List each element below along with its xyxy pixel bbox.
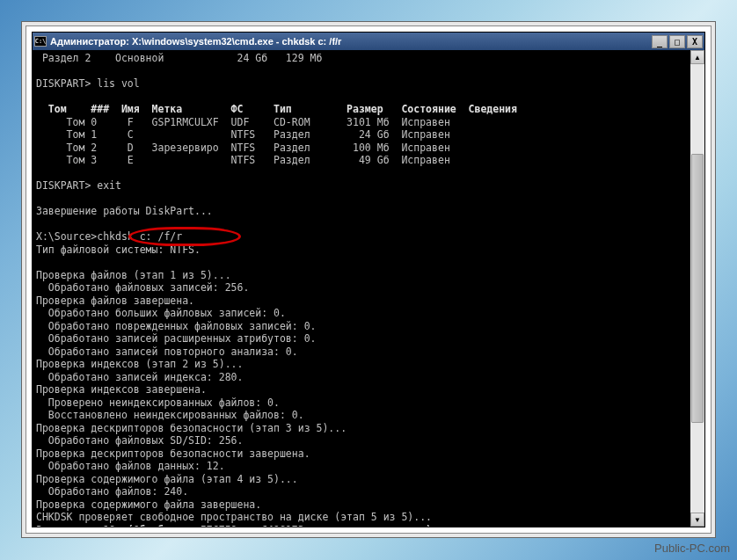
output-line: Восстановлено неиндексированных файлов: … <box>36 409 304 421</box>
scroll-up-button[interactable]: ▲ <box>690 50 704 64</box>
output-line: Обработано файловых SD/SID: 256. <box>36 434 243 447</box>
output-line: Обработано записей индекса: 280. <box>36 371 243 383</box>
scroll-track[interactable] <box>690 64 704 513</box>
output-line: Завершено: 18. (Обработано 576759 из 649… <box>36 524 432 527</box>
output-line: CHKDSK проверяет свободное пространство … <box>36 511 432 523</box>
output-line: Проверка содержимого файла (этап 4 из 5)… <box>36 473 298 485</box>
output-line: Проверка индексов (этап 2 из 5)... <box>36 358 243 370</box>
output-line: Тип файловой системы: NTFS. <box>36 244 201 256</box>
output-line: Обработано записей повторного анализа: 0… <box>36 345 298 358</box>
minimize-button[interactable]: _ <box>652 35 668 48</box>
output-line: Обработано поврежденных файловых записей… <box>36 320 317 332</box>
close-button[interactable]: X <box>687 35 703 48</box>
terminal-output[interactable]: Раздел 2 Основной 24 Gб 129 Мб DISKPART>… <box>33 50 690 527</box>
output-line: Обработано записей расширенных атрибутов… <box>36 332 317 345</box>
vertical-scrollbar[interactable]: ▲ ▼ <box>690 50 704 527</box>
output-line: Проверка дескрипторов безопасности (этап… <box>36 422 347 434</box>
output-line: DISKPART> lis vol <box>36 77 140 90</box>
maximize-button[interactable]: □ <box>669 35 685 48</box>
table-row: Том 1 C NTFS Раздел 24 Gб Исправен <box>36 128 450 141</box>
output-line: Проверка файлов завершена. <box>36 295 194 307</box>
window-title: Администратор: X:\windows\system32\cmd.e… <box>50 36 652 47</box>
output-line: Проверка индексов завершена. <box>36 383 207 396</box>
table-header: Том ### Имя Метка ФС Тип Размер Состояни… <box>36 103 517 115</box>
cmd-window: C:\ Администратор: X:\windows\system32\c… <box>32 32 705 527</box>
watermark-text: Public-PC.com <box>654 542 730 555</box>
output-line: Проверено неиндексированных файлов: 0. <box>36 396 280 409</box>
inner-frame: C:\ Администратор: X:\windows\system32\c… <box>26 25 711 534</box>
table-row: Том 2 D Зарезервиро NTFS Раздел 100 Мб И… <box>36 142 450 154</box>
scroll-thumb[interactable] <box>691 154 704 423</box>
output-line: DISKPART> exit <box>36 179 121 192</box>
output-line: Обработано файлов данных: 12. <box>36 460 225 472</box>
output-line: Проверка дескрипторов безопасности завер… <box>36 447 310 460</box>
window-controls: _ □ X <box>652 35 703 48</box>
title-bar[interactable]: C:\ Администратор: X:\windows\system32\c… <box>33 33 704 50</box>
table-row: Том 0 F GSP1RMCULXF UDF CD-ROM 3101 Мб И… <box>36 116 450 128</box>
cmd-icon: C:\ <box>34 36 47 47</box>
table-row: Том 3 E NTFS Раздел 49 Gб Исправен <box>36 154 450 166</box>
command-line: X:\Source>chkdsk c: /f/r <box>36 230 182 243</box>
output-line: Завершение работы DiskPart... <box>36 205 213 217</box>
output-line: Обработано файловых записей: 256. <box>36 281 249 294</box>
output-line: Обработано больших файловых записей: 0. <box>36 307 286 319</box>
scroll-down-button[interactable]: ▼ <box>690 513 704 527</box>
terminal-area: Раздел 2 Основной 24 Gб 129 Мб DISKPART>… <box>33 50 704 527</box>
output-line: Проверка содержимого файла завершена. <box>36 498 261 511</box>
output-line: Раздел 2 Основной 24 Gб 129 Мб <box>36 52 322 64</box>
screenshot-frame: C:\ Администратор: X:\windows\system32\c… <box>21 21 716 538</box>
output-line: Проверка файлов (этап 1 из 5)... <box>36 269 231 281</box>
output-line: Обработано файлов: 240. <box>36 485 188 498</box>
